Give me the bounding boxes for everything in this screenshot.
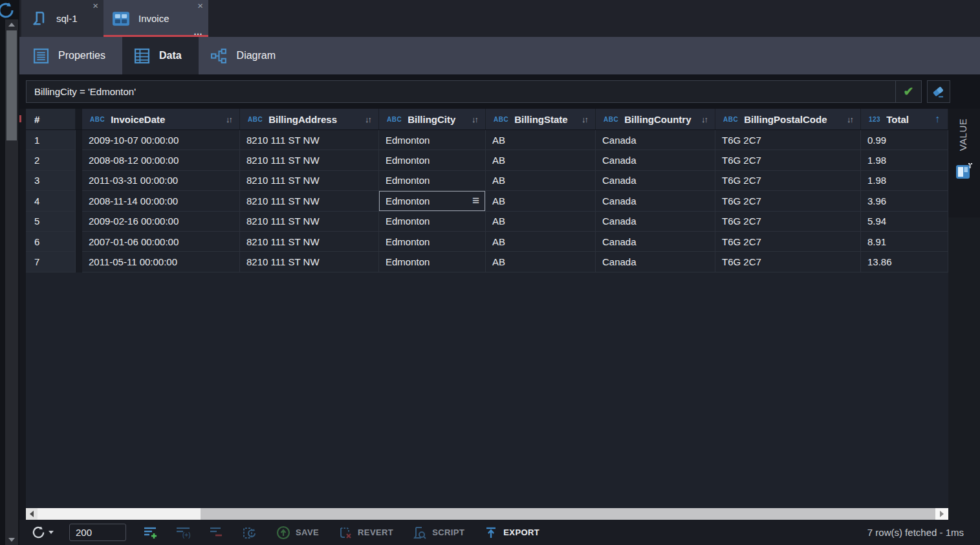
data-cell[interactable]: 8210 111 ST NW <box>240 232 379 252</box>
sort-icon[interactable]: ↓↑ <box>226 115 233 124</box>
clear-filter-button[interactable] <box>927 80 950 103</box>
column-header-BillingState[interactable]: ABCBillingState↓↑ <box>486 109 596 129</box>
delete-row-button[interactable] <box>209 526 224 540</box>
data-cell[interactable]: T6G 2C7 <box>715 191 861 211</box>
data-cell[interactable]: Edmonton <box>379 130 486 150</box>
row-number-cell[interactable]: 1 <box>26 130 76 150</box>
row-number-cell[interactable]: 7 <box>26 252 76 272</box>
data-cell[interactable]: 1.98 <box>861 150 948 170</box>
refresh-button[interactable] <box>31 525 54 540</box>
scroll-down-button[interactable] <box>5 535 18 545</box>
column-header-BillingAddress[interactable]: ABCBillingAddress↓↑ <box>240 109 379 129</box>
column-header-BillingCountry[interactable]: ABCBillingCountry↓↑ <box>596 109 715 129</box>
data-cell[interactable]: 2011-03-31 00:00:00 <box>82 171 240 191</box>
data-cell[interactable]: 8210 111 ST NW <box>240 130 379 150</box>
add-row-button[interactable] <box>143 526 158 540</box>
data-cell[interactable]: 2009-10-07 00:00:00 <box>82 130 240 150</box>
data-cell[interactable]: T6G 2C7 <box>715 130 861 150</box>
data-cell[interactable]: AB <box>486 212 596 232</box>
save-button[interactable]: SAVE <box>276 526 319 540</box>
data-cell[interactable]: AB <box>486 232 596 252</box>
column-header-BillingCity[interactable]: ABCBillingCity↓↑ <box>379 109 486 129</box>
revert-button[interactable]: REVERT <box>338 526 393 540</box>
refresh-corner-icon[interactable] <box>0 1 16 23</box>
data-cell[interactable]: 2008-11-14 00:00:00 <box>82 191 240 211</box>
row-number-cell[interactable]: 4 <box>26 191 76 211</box>
cell-menu-icon[interactable]: ≡ <box>472 194 479 208</box>
column-header-row-number[interactable]: # <box>26 109 76 129</box>
data-cell[interactable]: Canada <box>596 232 715 252</box>
tab-diagram[interactable]: Diagram <box>199 37 292 74</box>
sort-icon[interactable]: ↓↑ <box>365 115 372 124</box>
refresh-rows-button[interactable] <box>241 525 257 540</box>
data-cell[interactable]: Canada <box>596 212 715 232</box>
data-cell[interactable]: T6G 2C7 <box>715 212 861 232</box>
sort-icon[interactable]: ↓↑ <box>701 115 708 124</box>
close-icon[interactable]: × <box>197 1 203 10</box>
close-icon[interactable]: × <box>93 1 98 10</box>
data-cell[interactable]: 2008-08-12 00:00:00 <box>82 150 240 170</box>
column-header-BillingPostalCode[interactable]: ABCBillingPostalCode↓↑ <box>715 109 861 129</box>
data-cell[interactable]: 8.91 <box>861 232 948 252</box>
data-cell[interactable]: Canada <box>596 150 715 170</box>
data-cell[interactable]: AB <box>486 150 596 170</box>
row-number-cell[interactable]: 5 <box>26 212 76 232</box>
data-cell[interactable]: Edmonton <box>379 252 486 272</box>
value-panel-tab[interactable]: VALUE <box>957 106 969 164</box>
data-cell[interactable]: T6G 2C7 <box>715 252 861 272</box>
data-cell[interactable]: AB <box>486 171 596 191</box>
data-cell[interactable]: Edmonton <box>379 212 486 232</box>
data-cell[interactable]: AB <box>486 191 596 211</box>
data-cell[interactable]: 8210 111 ST NW <box>240 212 379 232</box>
filter-input[interactable] <box>27 81 895 102</box>
value-viewer-panel-icon[interactable] <box>955 163 972 183</box>
data-cell[interactable]: Edmonton <box>379 171 486 191</box>
data-cell[interactable]: 3.96 <box>861 191 948 211</box>
data-cell[interactable]: AB <box>486 130 596 150</box>
sort-icon[interactable]: ↓↑ <box>847 115 854 124</box>
row-number-cell[interactable]: 3 <box>26 171 76 191</box>
tab-sql-1[interactable]: sql-1 × <box>21 0 103 37</box>
script-button[interactable]: SCRIPT <box>413 526 464 540</box>
vertical-scrollbar[interactable] <box>5 19 18 545</box>
data-cell[interactable]: 8210 111 ST NW <box>240 150 379 170</box>
data-cell[interactable]: Canada <box>596 171 715 191</box>
data-cell[interactable]: 2007-01-06 00:00:00 <box>82 232 240 252</box>
data-cell[interactable]: 8210 111 ST NW <box>240 171 379 191</box>
selected-data-cell[interactable]: Edmonton≡ <box>379 191 486 211</box>
row-number-cell[interactable]: 2 <box>26 150 76 170</box>
scroll-left-button[interactable] <box>26 508 38 520</box>
tab-invoice[interactable]: Invoice × … <box>103 0 208 37</box>
scrollbar-thumb[interactable] <box>201 508 935 520</box>
data-cell[interactable]: Canada <box>596 130 715 150</box>
horizontal-scrollbar[interactable] <box>26 508 948 520</box>
scrollbar-thumb[interactable] <box>6 30 17 140</box>
data-cell[interactable]: 8210 111 ST NW <box>240 191 379 211</box>
data-cell[interactable]: 8210 111 ST NW <box>240 252 379 272</box>
sort-icon[interactable]: ↓↑ <box>582 115 589 124</box>
data-cell[interactable]: Canada <box>596 252 715 272</box>
row-limit-input[interactable] <box>69 524 126 541</box>
column-header-Total[interactable]: 123Total↑ <box>861 109 948 129</box>
data-cell[interactable]: 13.86 <box>861 252 948 272</box>
data-cell[interactable]: Edmonton <box>379 232 486 252</box>
data-cell[interactable]: 5.94 <box>861 212 948 232</box>
tab-data[interactable]: Data <box>122 37 199 74</box>
data-cell[interactable]: 0.99 <box>861 130 948 150</box>
duplicate-row-button[interactable]: (+) <box>175 526 192 540</box>
scroll-right-button[interactable] <box>935 508 948 520</box>
tab-properties[interactable]: Properties <box>21 37 122 74</box>
data-cell[interactable]: 1.98 <box>861 171 948 191</box>
row-number-cell[interactable]: 6 <box>26 232 76 252</box>
data-cell[interactable]: T6G 2C7 <box>715 171 861 191</box>
data-cell[interactable]: T6G 2C7 <box>715 150 861 170</box>
data-cell[interactable]: Edmonton <box>379 150 486 170</box>
data-cell[interactable]: AB <box>486 252 596 272</box>
scrollbar-track[interactable] <box>38 508 201 520</box>
data-cell[interactable]: T6G 2C7 <box>715 232 861 252</box>
data-cell[interactable]: 2009-02-16 00:00:00 <box>82 212 240 232</box>
apply-filter-button[interactable]: ✔ <box>895 81 921 102</box>
data-cell[interactable]: Canada <box>596 191 715 211</box>
chevron-down-icon[interactable] <box>49 531 54 534</box>
data-cell[interactable]: 2011-05-11 00:00:00 <box>82 252 240 272</box>
